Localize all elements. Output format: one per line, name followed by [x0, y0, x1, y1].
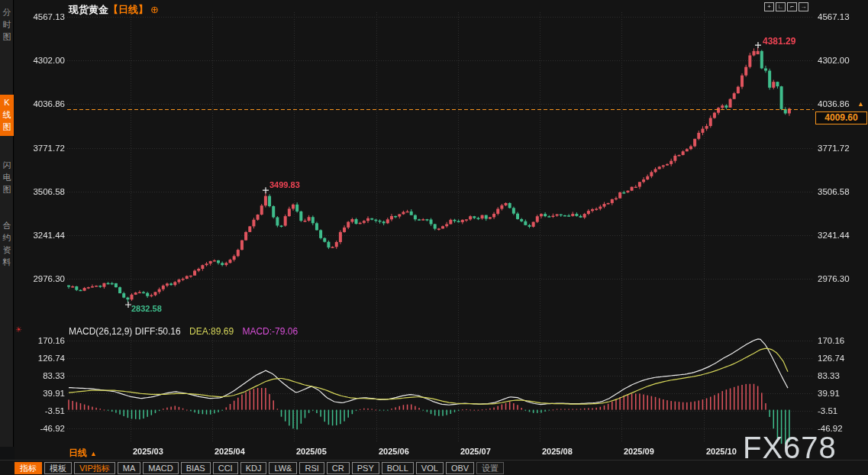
macd-axis-label-left: 170.16: [25, 336, 65, 345]
tab-KDJ[interactable]: KDJ: [240, 462, 267, 474]
tab-CR[interactable]: CR: [327, 462, 350, 474]
x-axis-label-month: 2025/06: [379, 447, 409, 456]
price-axis-label-left: 4036.86: [25, 99, 65, 108]
sidebar-item-3[interactable]: 闪 电 图: [0, 157, 14, 199]
last-price-badge[interactable]: 4009.60: [815, 111, 867, 124]
tab-指标[interactable]: 指标: [15, 462, 42, 474]
tab-MA[interactable]: MA: [118, 462, 141, 474]
macd-axis-label-right: 83.33: [818, 371, 840, 380]
chart-title: 现货黄金【日线】⊕: [69, 3, 159, 17]
indicator-tab-bar: 指标模板VIP指标MAMACDBIASCCIKDJLW&RSICRPSYBOLL…: [0, 460, 868, 475]
macd-axis-label-right: -46.92: [818, 424, 843, 433]
zoom-x-axis-icon[interactable]: ∟: [776, 2, 786, 11]
sidebar-item-2[interactable]: K 线 图: [0, 95, 14, 136]
price-axis-label-left: 3771.72: [25, 144, 65, 153]
chart-canvas[interactable]: [0, 0, 868, 475]
x-axis-label-month: 2025/10: [706, 447, 737, 456]
chart-type-sidebar: 分 时 图K 线 图闪 电 图合 约 资 料: [0, 0, 14, 447]
tab-MACD[interactable]: MACD: [143, 462, 178, 474]
macd-dea-value: DEA:89.69: [189, 326, 234, 337]
tab-RSI[interactable]: RSI: [299, 462, 324, 474]
macd-axis-label-right: 170.16: [818, 336, 844, 345]
x-axis-label-month: 2025/09: [624, 447, 654, 456]
macd-axis-label-right: -3.51: [818, 406, 837, 415]
tab-OBV[interactable]: OBV: [446, 462, 474, 474]
price-axis-label-right: 3241.44: [818, 231, 850, 240]
tab-VIP指标[interactable]: VIP指标: [74, 462, 115, 474]
price-axis-label-right: 4302.00: [818, 56, 850, 65]
macd-axis-label-right: 39.91: [818, 389, 840, 398]
annotation-april-high: 3499.83: [269, 180, 300, 189]
macd-axis-label-left: 83.33: [25, 371, 65, 380]
tab-LW&[interactable]: LW&: [269, 462, 297, 474]
symbol-name: 现货黄金: [69, 4, 108, 15]
tab-CCI[interactable]: CCI: [213, 462, 238, 474]
sidebar-item-4[interactable]: 合 约 资 料: [0, 218, 14, 271]
x-axis-label-month: 2025/07: [460, 447, 491, 456]
price-axis-label-right: 3771.72: [818, 144, 850, 153]
period-name: 【日线】: [108, 4, 148, 15]
price-axis-label-left: 4567.13: [25, 12, 65, 21]
price-axis-label-right: 4036.86: [818, 99, 850, 108]
price-up-arrow-icon: ▲: [857, 100, 864, 108]
price-axis-label-right: 3506.58: [818, 187, 850, 196]
tab-PSY[interactable]: PSY: [352, 462, 379, 474]
price-axis-label-right: 4567.13: [818, 12, 850, 21]
sidebar-item-1[interactable]: 分 时 图: [0, 5, 14, 46]
triangle-up-icon: ▲: [90, 450, 97, 457]
macd-axis-label-left: 126.74: [25, 354, 65, 363]
period-selector[interactable]: 日线▲: [69, 447, 97, 460]
tab-BIAS[interactable]: BIAS: [181, 462, 211, 474]
macd-indicator-header[interactable]: MACD(26,12,9) DIFF:50.16 DEA:89.69 MACD:…: [69, 326, 298, 337]
tab-VOL[interactable]: VOL: [416, 462, 444, 474]
tab-BOLL[interactable]: BOLL: [382, 462, 414, 474]
macd-axis-label-right: 126.74: [818, 354, 844, 363]
price-axis-label-left: 3506.58: [25, 187, 65, 196]
chart-mini-toolbar: +∟⌐→: [764, 2, 808, 11]
zoom-y-axis-icon[interactable]: ⌐: [787, 2, 797, 11]
tab-模板[interactable]: 模板: [44, 462, 72, 474]
annotation-feb-low: 2832.58: [131, 304, 162, 313]
macd-axis-label-left: -46.92: [25, 424, 65, 433]
x-axis-label-month: 2025/08: [542, 447, 573, 456]
indicator-alert-icon[interactable]: ☀: [15, 325, 22, 334]
circle-plus-icon[interactable]: ⊕: [150, 4, 159, 15]
macd-hist-value: MACD:-79.06: [242, 326, 298, 337]
chart-application-window: 分 时 图K 线 图闪 电 图合 约 资 料 现货黄金【日线】⊕ +∟⌐→ 45…: [0, 0, 868, 475]
annotation-all-time-high: 4381.29: [763, 36, 795, 47]
x-axis-label-month: 2025/05: [296, 447, 327, 456]
crosshair-icon[interactable]: +: [764, 2, 774, 11]
tab-设置[interactable]: 设置: [476, 462, 504, 474]
price-axis-label-left: 2976.30: [25, 274, 65, 283]
macd-axis-label-left: -3.51: [25, 406, 65, 415]
price-axis-label-left: 4302.00: [25, 56, 65, 65]
x-axis-label-month: 2025/04: [215, 447, 245, 456]
macd-params-diff-value: MACD(26,12,9) DIFF:50.16: [69, 326, 181, 337]
x-axis-label-month: 2025/03: [133, 447, 163, 456]
price-axis-label-left: 3241.44: [25, 231, 65, 240]
price-axis-label-right: 2976.30: [818, 274, 850, 283]
export-icon[interactable]: →: [799, 2, 808, 11]
macd-axis-label-left: 39.91: [25, 389, 65, 398]
period-text: 日线: [69, 448, 87, 458]
